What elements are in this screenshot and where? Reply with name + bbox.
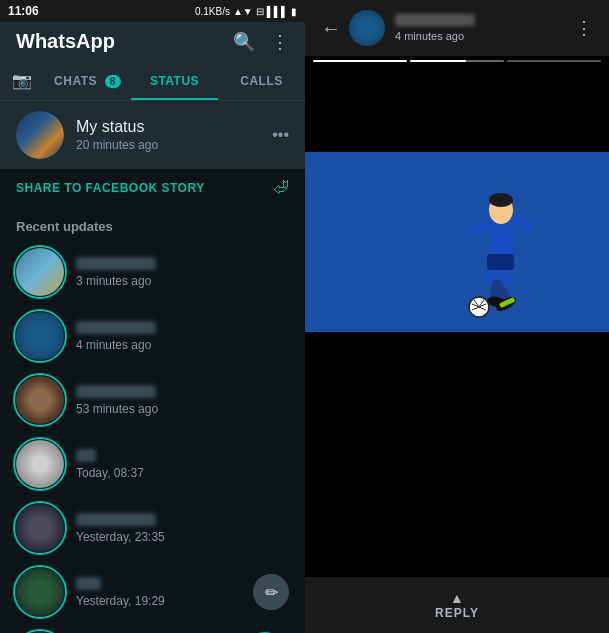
my-status-name: My status [76, 118, 158, 136]
status-item-4[interactable]: Today, 08:37 [0, 432, 305, 496]
contact-name-5 [76, 513, 156, 526]
progress-bar-2 [410, 60, 504, 62]
my-status-time: 20 minutes ago [76, 138, 158, 152]
status-item-3[interactable]: 53 minutes ago [0, 368, 305, 432]
status-info-1: 3 minutes ago [76, 257, 289, 288]
contact-name-3 [76, 385, 156, 398]
contact-time-3: 53 minutes ago [76, 402, 289, 416]
facebook-share[interactable]: SHARE TO FACEBOOK STORY ⮰ [0, 169, 305, 207]
tabs-bar: 📷 CHATS 8 STATUS CALLS [0, 61, 305, 101]
status-item-6[interactable]: Yesterday, 19:29 ✏ [0, 560, 305, 624]
contact-name-4 [76, 449, 96, 462]
my-status-more[interactable]: ••• [272, 126, 289, 144]
calls-label: CALLS [240, 74, 283, 88]
chevron-up-icon: ▲ [450, 590, 464, 606]
contact-time-1: 3 minutes ago [76, 274, 289, 288]
story-footer[interactable]: ▲ REPLY [305, 577, 609, 633]
story-image-area[interactable] [305, 62, 609, 577]
contact-name-2 [76, 321, 156, 334]
avatar-ring-7 [13, 629, 67, 633]
app-header: WhatsApp 🔍 ⋮ [0, 22, 305, 61]
tab-status[interactable]: STATUS [131, 62, 218, 100]
my-avatar-landscape [16, 111, 64, 159]
back-button[interactable]: ← [313, 9, 349, 48]
battery-icon: ▮ [291, 6, 297, 17]
signal-icon: ▲▼ [233, 6, 253, 17]
status-info-5: Yesterday, 23:35 [76, 513, 289, 544]
story-more-options[interactable]: ⋮ [567, 9, 601, 47]
status-item-2[interactable]: 4 minutes ago [0, 304, 305, 368]
story-user-name [395, 14, 475, 26]
signal-bars: ▌▌▌ [267, 6, 288, 17]
story-timestamp: 4 minutes ago [395, 30, 567, 42]
black-top [305, 62, 609, 152]
status-info-3: 53 minutes ago [76, 385, 289, 416]
facebook-share-text: SHARE TO FACEBOOK STORY [16, 181, 205, 195]
contact-time-2: 4 minutes ago [76, 338, 289, 352]
pencil-fab[interactable]: ✏ [253, 574, 289, 610]
my-avatar-img [16, 111, 64, 159]
tab-chats[interactable]: CHATS 8 [44, 62, 131, 100]
status-info-6: Yesterday, 19:29 [76, 577, 241, 608]
avatar-ring-5 [13, 501, 67, 555]
chats-label: CHATS [54, 74, 97, 88]
story-header: ← 4 minutes ago ⋮ [305, 0, 609, 56]
my-status-info: My status 20 minutes ago [76, 118, 158, 152]
my-status-avatar [16, 111, 64, 159]
avatar-ring-6 [13, 565, 67, 619]
contact-name-1 [76, 257, 156, 270]
status-icons: 0.1KB/s ▲▼ ⊟ ▌▌▌ ▮ [195, 6, 297, 17]
header-icons: 🔍 ⋮ [233, 31, 289, 53]
left-panel: 11:06 0.1KB/s ▲▼ ⊟ ▌▌▌ ▮ WhatsApp 🔍 ⋮ 📷 … [0, 0, 305, 633]
share-icon[interactable]: ⮰ [273, 179, 289, 197]
avatar-ring-1 [13, 245, 67, 299]
avatar-ring-4 [13, 437, 67, 491]
contact-time-5: Yesterday, 23:35 [76, 530, 289, 544]
status-avatar-1 [16, 248, 64, 296]
tab-calls[interactable]: CALLS [218, 62, 305, 100]
wifi-icon: ⊟ [256, 6, 264, 17]
right-panel: ← 4 minutes ago ⋮ [305, 0, 609, 633]
status-item-5[interactable]: Yesterday, 23:35 [0, 496, 305, 560]
camera-tab-icon[interactable]: 📷 [0, 61, 44, 100]
chats-badge: 8 [105, 75, 121, 88]
reply-label: REPLY [435, 606, 479, 620]
search-icon[interactable]: 🔍 [233, 31, 255, 53]
network-speed: 0.1KB/s [195, 6, 230, 17]
story-user-info: 4 minutes ago [395, 14, 567, 42]
my-status-section[interactable]: My status 20 minutes ago ••• [0, 101, 305, 169]
status-time: 11:06 [8, 4, 39, 18]
status-avatar-2 [16, 312, 64, 360]
status-avatar-5 [16, 504, 64, 552]
more-options-icon[interactable]: ⋮ [271, 31, 289, 53]
status-item-1[interactable]: 3 minutes ago [0, 240, 305, 304]
app-title: WhatsApp [16, 30, 115, 53]
avatar-ring-3 [13, 373, 67, 427]
svg-point-2 [489, 193, 513, 207]
football-scene [305, 152, 609, 332]
contact-name-6 [76, 577, 101, 590]
svg-rect-3 [468, 220, 491, 235]
status-label: STATUS [150, 74, 199, 88]
status-avatar-3 [16, 376, 64, 424]
status-bar: 11:06 0.1KB/s ▲▼ ⊟ ▌▌▌ ▮ [0, 0, 305, 22]
contact-time-6: Yesterday, 19:29 [76, 594, 241, 608]
svg-rect-0 [489, 222, 514, 257]
my-status-left: My status 20 minutes ago [16, 111, 158, 159]
contact-time-4: Today, 08:37 [76, 466, 289, 480]
black-bottom [305, 332, 609, 577]
svg-rect-4 [511, 214, 534, 232]
recent-updates-label: Recent updates [0, 207, 305, 240]
svg-rect-12 [487, 254, 514, 270]
story-viewer-avatar [349, 10, 385, 46]
status-avatar-4 [16, 440, 64, 488]
status-info-4: Today, 08:37 [76, 449, 289, 480]
footballer-svg [399, 172, 599, 332]
status-info-2: 4 minutes ago [76, 321, 289, 352]
status-content: My status 20 minutes ago ••• SHARE TO FA… [0, 101, 305, 633]
status-avatar-6 [16, 568, 64, 616]
avatar-ring-2 [13, 309, 67, 363]
status-item-7[interactable]: Yesterday, 18:11 📷 [0, 624, 305, 633]
